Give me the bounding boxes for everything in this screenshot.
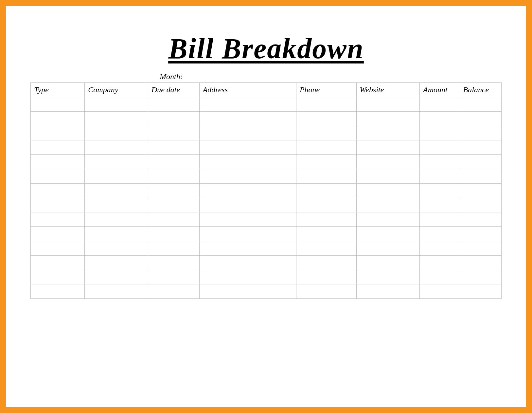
cell-company [85, 112, 148, 126]
cell-due_date [148, 227, 199, 241]
cell-address [199, 140, 296, 155]
cell-phone [296, 284, 356, 299]
cell-due_date [148, 270, 199, 284]
cell-balance [460, 184, 501, 198]
cell-amount [420, 241, 460, 256]
cell-amount [420, 112, 460, 126]
cell-website [356, 112, 419, 126]
cell-address [199, 155, 296, 169]
table-row [31, 270, 502, 284]
cell-amount [420, 284, 460, 299]
cell-phone [296, 126, 356, 140]
table-body [31, 97, 502, 299]
cell-due_date [148, 126, 199, 140]
cell-website [356, 198, 419, 212]
cell-amount [420, 198, 460, 212]
cell-due_date [148, 155, 199, 169]
cell-balance [460, 112, 501, 126]
cell-phone [296, 241, 356, 256]
cell-balance [460, 227, 501, 241]
cell-type [31, 198, 85, 212]
cell-address [199, 97, 296, 112]
cell-address [199, 284, 296, 299]
cell-address [199, 112, 296, 126]
cell-website [356, 284, 419, 299]
table-row [31, 241, 502, 256]
cell-due_date [148, 97, 199, 112]
cell-address [199, 227, 296, 241]
cell-company [85, 212, 148, 227]
cell-company [85, 140, 148, 155]
header-company: Company [85, 83, 148, 97]
table-row [31, 112, 502, 126]
cell-company [85, 227, 148, 241]
cell-address [199, 212, 296, 227]
cell-company [85, 256, 148, 270]
header-balance: Balance [460, 83, 501, 97]
cell-balance [460, 241, 501, 256]
bill-table: Type Company Due date Address Phone Webs… [30, 82, 502, 299]
cell-due_date [148, 212, 199, 227]
cell-website [356, 270, 419, 284]
cell-type [31, 126, 85, 140]
cell-company [85, 241, 148, 256]
cell-balance [460, 198, 501, 212]
cell-type [31, 184, 85, 198]
table-row [31, 284, 502, 299]
month-label: Month: [160, 72, 502, 81]
header-amount: Amount [420, 83, 460, 97]
header-address: Address [199, 83, 296, 97]
table-row [31, 184, 502, 198]
table-row [31, 140, 502, 155]
cell-company [85, 169, 148, 184]
cell-phone [296, 112, 356, 126]
cell-phone [296, 155, 356, 169]
cell-type [31, 97, 85, 112]
cell-amount [420, 227, 460, 241]
cell-due_date [148, 256, 199, 270]
table-row [31, 227, 502, 241]
cell-website [356, 126, 419, 140]
cell-amount [420, 184, 460, 198]
cell-phone [296, 270, 356, 284]
cell-website [356, 155, 419, 169]
cell-address [199, 270, 296, 284]
cell-balance [460, 140, 501, 155]
cell-balance [460, 97, 501, 112]
cell-due_date [148, 169, 199, 184]
cell-phone [296, 184, 356, 198]
cell-amount [420, 140, 460, 155]
cell-website [356, 184, 419, 198]
cell-type [31, 270, 85, 284]
cell-phone [296, 198, 356, 212]
cell-address [199, 256, 296, 270]
cell-balance [460, 155, 501, 169]
header-type: Type [31, 83, 85, 97]
cell-website [356, 256, 419, 270]
cell-due_date [148, 184, 199, 198]
cell-due_date [148, 241, 199, 256]
cell-company [85, 284, 148, 299]
cell-amount [420, 212, 460, 227]
cell-phone [296, 169, 356, 184]
cell-type [31, 169, 85, 184]
table-row [31, 97, 502, 112]
cell-due_date [148, 112, 199, 126]
cell-amount [420, 169, 460, 184]
table-row [31, 212, 502, 227]
header-due-date: Due date [148, 83, 199, 97]
header-website: Website [356, 83, 419, 97]
cell-balance [460, 169, 501, 184]
cell-company [85, 184, 148, 198]
header-phone: Phone [296, 83, 356, 97]
cell-address [199, 241, 296, 256]
table-row [31, 126, 502, 140]
cell-company [85, 126, 148, 140]
cell-company [85, 97, 148, 112]
cell-type [31, 284, 85, 299]
cell-address [199, 184, 296, 198]
cell-due_date [148, 284, 199, 299]
cell-type [31, 212, 85, 227]
cell-type [31, 140, 85, 155]
cell-phone [296, 256, 356, 270]
